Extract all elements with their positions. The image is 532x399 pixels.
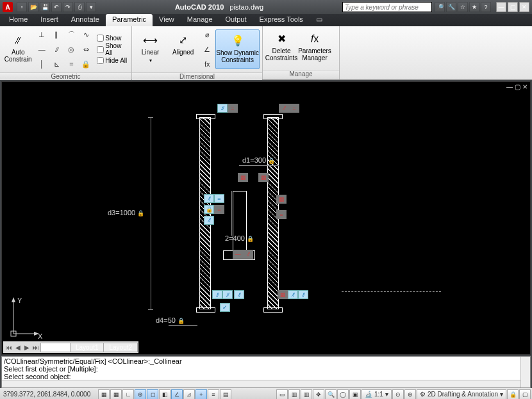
constraint-fix-icon[interactable]: 🔒 bbox=[79, 57, 93, 71]
constraint-badge[interactable]: ✓ bbox=[220, 303, 230, 312]
constraint-badge[interactable]: ⫽= bbox=[204, 194, 224, 203]
annotation-scale[interactable]: 🔬1:1▾ bbox=[362, 389, 392, 400]
show-constraints-button[interactable]: Show bbox=[97, 35, 129, 42]
constraint-badge[interactable]: ⫽ bbox=[204, 216, 214, 225]
show-all-checkbox-icon[interactable] bbox=[97, 46, 104, 53]
qat-save-icon[interactable]: 💾 bbox=[40, 2, 50, 12]
constraint-perpendicular-icon[interactable]: ⊾ bbox=[49, 57, 63, 71]
hide-all-constraints-button[interactable]: Hide All bbox=[97, 57, 129, 64]
constraint-horizontal-icon[interactable]: — bbox=[35, 42, 49, 56]
constraint-vertical-icon[interactable]: │ bbox=[35, 57, 49, 71]
viewport-maximize-icon[interactable]: ▢ bbox=[515, 83, 520, 90]
constraint-badge[interactable]: 🔒= bbox=[204, 205, 224, 214]
dim-d1-text[interactable]: d1=300 🔒 bbox=[242, 156, 275, 164]
status-grid-icon[interactable]: ▦ bbox=[110, 389, 122, 400]
dim-convert-icon[interactable]: fx bbox=[200, 57, 214, 71]
command-window[interactable]: /COLlinear/Symmetric/Equal/Fix] <COLline… bbox=[1, 356, 531, 388]
status-3dosnap-icon[interactable]: ◧ bbox=[159, 389, 170, 400]
auto-constrain-button[interactable]: ⫽ Auto Constrain bbox=[3, 29, 33, 69]
zoom-icon[interactable]: 🔍 bbox=[325, 389, 337, 400]
quickview-layouts-icon[interactable]: ▥ bbox=[288, 389, 300, 400]
layout-tab-layout2[interactable]: Layout2 bbox=[103, 343, 138, 352]
status-snap-icon[interactable]: ▦ bbox=[98, 389, 110, 400]
tab-home[interactable]: Home bbox=[3, 14, 34, 26]
constraint-parallel-icon[interactable]: ∥ bbox=[49, 28, 63, 42]
status-qp-icon[interactable]: ▤ bbox=[220, 389, 231, 400]
status-lwt-icon[interactable]: ≡ bbox=[208, 389, 219, 400]
infocenter-favorites-icon[interactable]: ★ bbox=[469, 2, 479, 12]
infocenter-comm-icon[interactable]: ☆ bbox=[458, 2, 468, 12]
panel-dimensional-label[interactable]: Dimensional bbox=[132, 72, 262, 80]
panel-geometric-label[interactable]: Geometric bbox=[0, 72, 131, 80]
minimize-button[interactable]: — bbox=[496, 2, 506, 12]
dim-d3-text[interactable]: d3=1000 🔒 bbox=[108, 209, 144, 216]
constraint-badge[interactable]: ⫽= bbox=[279, 104, 299, 113]
constraint-collinear-icon[interactable]: ⫽ bbox=[49, 42, 63, 56]
layout-tab-layout1[interactable]: Layout1 bbox=[70, 343, 104, 352]
pan-icon[interactable]: ✥ bbox=[313, 389, 324, 400]
quickview-drawings-icon[interactable]: ▥ bbox=[301, 389, 312, 400]
tab-manage[interactable]: Manage bbox=[181, 14, 219, 26]
layout-next-icon[interactable]: ▶ bbox=[22, 344, 31, 351]
viewport-minimize-icon[interactable]: — bbox=[506, 83, 513, 90]
constraint-symmetric-icon[interactable]: ⇔ bbox=[79, 42, 93, 56]
model-paper-toggle[interactable]: ▭ bbox=[276, 389, 288, 400]
infocenter-binoculars-icon[interactable]: 🔎 bbox=[435, 2, 445, 12]
constraint-badge[interactable]: = bbox=[276, 210, 287, 219]
search-input[interactable] bbox=[342, 2, 432, 12]
show-checkbox-icon[interactable] bbox=[97, 35, 104, 42]
app-menu-icon[interactable]: A bbox=[3, 2, 13, 12]
qat-new-icon[interactable]: ▫ bbox=[17, 2, 27, 12]
constraint-badge[interactable]: ⫽ bbox=[234, 290, 244, 299]
clean-screen-icon[interactable]: ▢ bbox=[519, 389, 531, 400]
show-all-constraints-button[interactable]: Show All bbox=[97, 42, 129, 56]
command-hscrollbar[interactable] bbox=[2, 380, 520, 387]
constraint-smooth-icon[interactable]: ∿ bbox=[79, 28, 93, 42]
constraint-badge[interactable]: ▦ bbox=[238, 173, 248, 182]
tab-parametric[interactable]: Parametric bbox=[106, 14, 153, 26]
tab-insert[interactable]: Insert bbox=[34, 14, 65, 26]
status-ducs-icon[interactable]: ⊿ bbox=[183, 389, 195, 400]
constraint-badge[interactable]: ▦ bbox=[258, 173, 269, 182]
maximize-button[interactable]: ▢ bbox=[508, 2, 518, 12]
tab-output[interactable]: Output bbox=[219, 14, 253, 26]
showmotion-icon[interactable]: ▣ bbox=[349, 389, 361, 400]
status-polar-icon[interactable]: ⊕ bbox=[135, 389, 146, 400]
dim-d2-text[interactable]: 2=400 🔒 bbox=[225, 234, 254, 242]
constraint-coincident-icon[interactable]: ⊥ bbox=[35, 28, 49, 42]
constraint-badge[interactable]: ▦ bbox=[276, 195, 287, 204]
dim-radius-icon[interactable]: ⌀ bbox=[200, 28, 214, 42]
tab-view[interactable]: View bbox=[153, 14, 181, 26]
dim-d4-text[interactable]: d4=50 🔒 bbox=[156, 316, 185, 324]
qat-redo-icon[interactable]: ↷ bbox=[63, 2, 73, 12]
toolbar-lock-icon[interactable]: 🔒 bbox=[507, 389, 519, 400]
constraint-equal-icon[interactable]: = bbox=[64, 57, 78, 71]
status-dyn-icon[interactable]: + bbox=[195, 389, 207, 400]
constraint-badge[interactable]: ⫽⫽ bbox=[212, 290, 233, 299]
workspace-switch[interactable]: ⚙2D Drafting & Annotation▾ bbox=[417, 389, 506, 400]
qat-dropdown-icon[interactable]: ▾ bbox=[86, 2, 96, 12]
parameters-manager-button[interactable]: fx Parameters Manager bbox=[299, 28, 331, 68]
ribbon-minimize-icon[interactable]: ▭ bbox=[310, 14, 322, 26]
hide-all-checkbox-icon[interactable] bbox=[97, 57, 104, 64]
layout-tab-model[interactable]: Model bbox=[40, 343, 71, 352]
infocenter-key-icon[interactable]: 🔧 bbox=[446, 2, 456, 12]
coords-readout[interactable]: 3799.3772, 2061.8484, 0.0000 bbox=[1, 391, 97, 398]
tab-express-tools[interactable]: Express Tools bbox=[253, 14, 310, 26]
qat-open-icon[interactable]: 📂 bbox=[28, 2, 38, 12]
layout-last-icon[interactable]: ⏭ bbox=[31, 344, 40, 351]
delete-constraints-button[interactable]: ✖ Delete Constraints bbox=[265, 28, 297, 68]
constraint-tangent-icon[interactable]: ⌒ bbox=[64, 28, 78, 42]
constraint-badge[interactable]: ⫽= bbox=[217, 104, 238, 113]
qat-print-icon[interactable]: ⎙ bbox=[74, 2, 85, 12]
aligned-dim-button[interactable]: ⤢ Aligned bbox=[167, 29, 199, 69]
drawing-area[interactable]: — ▢ ✕ d3=1000 🔒 d1=300 🔒 2=400 🔒 d4=50 🔒… bbox=[1, 81, 531, 355]
help-icon[interactable]: ? bbox=[481, 2, 491, 12]
viewport-close-icon[interactable]: ✕ bbox=[522, 83, 528, 90]
constraint-concentric-icon[interactable]: ◎ bbox=[64, 42, 78, 56]
layout-first-icon[interactable]: ⏮ bbox=[4, 344, 13, 351]
dim-angular-icon[interactable]: ∠ bbox=[200, 42, 214, 56]
constraint-badge[interactable]: ▦⫽⫽ bbox=[278, 290, 308, 299]
show-dynamic-constraints-button[interactable]: 💡 Show Dynamic Constraints bbox=[215, 29, 260, 69]
constraint-badge[interactable]: —⫽ bbox=[233, 250, 253, 259]
